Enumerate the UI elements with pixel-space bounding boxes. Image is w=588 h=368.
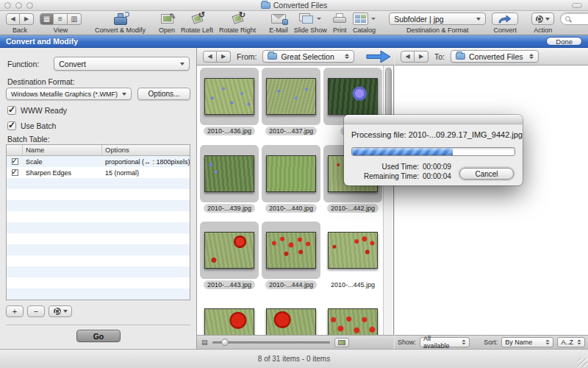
batch-action-button[interactable] [49,305,72,317]
photo-thumbnail[interactable] [266,78,316,115]
dest-folder-dropdown[interactable]: Converted Files [451,50,539,63]
search-icon [565,16,571,22]
table-row[interactable]: Sharpen Edges 15 (normal) [7,167,190,178]
panel-divider [6,325,190,325]
stepper-icon [546,340,550,344]
photo-thumbnail[interactable] [328,232,378,269]
large-thumb-button[interactable] [334,338,349,347]
dest-forward-button[interactable]: ▶ [415,51,429,63]
sort-label: Sort: [484,339,498,346]
catalog-grid-icon [353,13,369,26]
action-button[interactable] [531,13,554,25]
rotate-right-button[interactable]: ↻ Rotate Right [216,11,259,35]
photo-thumbnail[interactable] [328,308,378,335]
pencil-icon: ✎ [169,12,176,21]
dest-format-dropdown[interactable]: Subfolder | jpg [389,13,486,25]
photo-thumbnail[interactable] [204,308,254,335]
progress-dialog: Processing file: 2010-...09.29.17_IMG_94… [344,115,523,185]
add-batch-item-button[interactable]: + [6,305,24,317]
dest-format-dropdown-panel[interactable]: Windows Metafile Graphics (*.WMF) [6,88,132,100]
slides-icon [299,13,314,24]
action-group: Action [528,11,557,35]
progress-fill [352,148,453,155]
cancel-button[interactable]: Cancel [459,168,514,180]
convert-modify-button[interactable]: Convert & Modify [92,11,148,35]
empty-row [7,189,190,200]
empty-row [7,178,190,189]
convert-button[interactable] [492,13,518,25]
show-label: Show: [398,339,416,346]
source-back-button[interactable]: ◀ [203,51,217,63]
time-info: Used Time: 00:00:09 Remaining Time: 00:0… [354,162,451,181]
title-bar[interactable]: Converted Files [0,0,588,11]
file-thumbnail[interactable]: 2010-...444.jpg [262,222,320,295]
photo-thumbnail[interactable] [204,232,254,269]
table-row[interactable]: Scale proportional (↔ : 1800pixels) ✓dit… [7,156,190,167]
file-thumbnail[interactable]: 2010-...440.jpg [262,145,320,219]
sort-dropdown[interactable]: By Name [501,337,553,347]
view-grid-button[interactable]: ▦ [40,13,54,25]
file-thumbnail[interactable]: 2010-...436.jpg [200,68,259,141]
back-button[interactable]: ◀ [6,13,20,25]
www-ready-checkbox[interactable]: WWW Ready [7,106,67,115]
slideshow-button[interactable]: Slide Show [291,11,330,35]
search-input[interactable] [574,15,588,23]
source-folder-dropdown[interactable]: Great Selection [262,50,354,63]
photo-thumbnail[interactable] [266,155,316,192]
rotate-left-button[interactable]: ↺ Rotate Left [178,11,216,35]
checkbox-icon [7,121,16,130]
toolbar-toggle-button[interactable] [572,3,582,8]
file-thumbnail[interactable] [200,298,259,335]
folder-icon [456,53,465,60]
source-forward-button[interactable]: ▶ [217,51,231,63]
file-thumbnail[interactable] [262,298,320,335]
function-title: Convert and Modify [6,37,78,46]
resize-grip[interactable] [578,358,587,367]
stepper-icon [529,54,534,60]
source-browser-pane: ◀ ▶ From: Great Selection 2010-...436.jp… [197,48,394,349]
dialog-title-bar[interactable] [344,115,523,124]
folder-icon [261,2,270,9]
done-button[interactable]: Done [546,37,582,46]
thumbnail-size-slider[interactable] [212,342,330,344]
row-checkbox-icon[interactable] [12,158,18,165]
search-field[interactable] [560,13,588,25]
function-dropdown[interactable]: Convert [54,57,190,71]
rotate-left-icon: ↺ [190,13,204,26]
open-button[interactable]: ✎ Open [156,11,178,35]
photo-thumbnail[interactable] [266,232,316,269]
forward-button[interactable]: ▶ [20,13,34,25]
dest-back-button[interactable]: ◀ [401,51,415,63]
file-thumbnail[interactable] [323,298,382,335]
empty-row [7,266,190,277]
photo-thumbnail[interactable] [204,78,254,115]
print-button[interactable]: Print [330,11,350,35]
remove-batch-item-button[interactable]: − [27,305,45,317]
row-checkbox-icon[interactable] [12,169,18,176]
options-button[interactable]: Options... [137,88,190,100]
chevron-down-icon [63,310,68,313]
printer-icon [333,13,347,24]
slider-knob[interactable] [221,339,229,346]
file-thumbnail[interactable]: 2010-...445.jpg [323,222,382,295]
view-columns-button[interactable]: ▥ [68,13,82,25]
show-dropdown[interactable]: All available [420,337,470,347]
file-thumbnail[interactable]: 2010-...443.jpg [200,222,259,295]
go-button[interactable]: Go [76,330,121,342]
use-batch-checkbox[interactable]: Use Batch [7,121,56,130]
view-list-button[interactable]: ≡ [54,13,68,25]
photo-thumbnail[interactable] [266,308,316,335]
file-thumbnail[interactable]: 2010-...439.jpg [200,145,259,219]
sort-order-dropdown[interactable]: A..Z [557,337,585,347]
photo-thumbnail[interactable] [204,155,254,192]
batch-table[interactable]: Name Options Scale proportional (↔ : 180… [6,144,190,300]
chevron-down-icon [476,18,481,21]
vertical-scrollbar[interactable] [383,66,392,335]
file-thumbnail[interactable]: 2010-...437.jpg [262,68,320,141]
catalog-button[interactable]: Catalog [350,11,379,35]
chevron-down-icon [545,18,550,21]
chevron-down-icon [371,18,376,20]
from-label: From: [237,52,257,61]
email-button[interactable]: E-Mail [266,11,291,35]
photo-thumbnail[interactable] [328,78,378,115]
